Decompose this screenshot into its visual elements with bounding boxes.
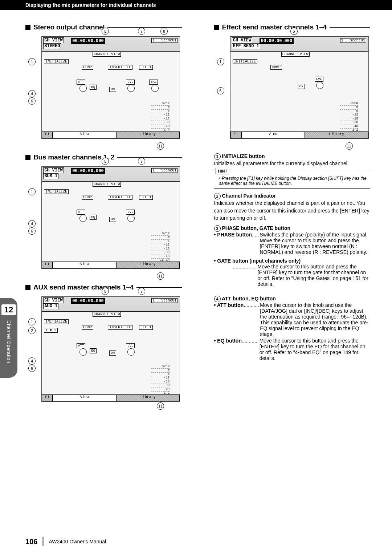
lcd-lvl: LVL xyxy=(126,343,135,348)
lcd-bal-knob xyxy=(151,85,159,92)
lcd-att: ATT xyxy=(77,210,85,215)
header-bar: Displaying the mix parameters for indivi… xyxy=(0,0,392,10)
book-title: AW2400 Owner's Manual xyxy=(49,539,106,544)
breadcrumb: Displaying the mix parameters for indivi… xyxy=(25,2,156,8)
phase-row: • PHASE button..... Switches the phase (… xyxy=(214,232,371,255)
lcd-chview: CH VIEW xyxy=(43,297,64,303)
tab-library: Library xyxy=(305,132,368,138)
lcd-insert-eff: INSERT EFF xyxy=(108,195,132,200)
lcd-channel-view: CHANNEL VIEW xyxy=(93,52,121,57)
callout-5: 5 xyxy=(102,288,109,295)
phase-value: Switches the phase (polarity) of the inp… xyxy=(259,232,370,255)
rule-line xyxy=(136,287,181,288)
callout-11: 11 xyxy=(346,142,353,150)
tab-f1: F1 xyxy=(42,262,53,268)
lcd-scene: 1 . Scene01 xyxy=(151,298,177,303)
callout-1: 1 xyxy=(28,188,36,195)
lcd-att: ATT xyxy=(77,80,85,85)
callout-4: 4 xyxy=(28,220,36,227)
lcd-scene: 1 . Scene01 xyxy=(151,168,177,173)
lcd-tabs: F1 View Library xyxy=(230,131,368,138)
callout-5: 5 xyxy=(290,28,298,35)
lcd-time: 00:00:00.000 xyxy=(260,38,294,44)
lcd-lvl-knob xyxy=(127,215,135,222)
lcd-eq: EQ xyxy=(90,215,97,220)
lcd-att-knob xyxy=(79,215,87,222)
item-1-title: INITIALIZE button xyxy=(222,153,265,159)
lcd-aux-pair: 1 ♥ 2 xyxy=(44,328,58,333)
callout-1: 1 xyxy=(217,58,224,65)
lcd-chview: CH VIEW xyxy=(232,37,252,43)
lcd-att-knob xyxy=(79,85,87,92)
lcd-comp: COMP xyxy=(82,65,93,70)
page-content: Stereo output channel 5 7 8 1 4 6 11 CH … xyxy=(0,10,392,416)
lcd-sub-aux: AUX 1 xyxy=(43,303,58,309)
gate-label: • GATE button (input channels only) xyxy=(214,258,301,264)
lcd-initialize: INITIALIZE xyxy=(44,59,69,64)
chapter-label: Channel Operation xyxy=(6,320,12,363)
callout-3-icon: 3 xyxy=(214,225,221,232)
item-2-title: Channel Pair Indicator xyxy=(222,193,276,199)
dots: ............ xyxy=(242,338,259,344)
callout-5: 5 xyxy=(102,158,109,165)
lcd-insert-eff: INSERT EFF xyxy=(108,65,132,70)
callout-11: 11 xyxy=(157,402,164,410)
lcd-meter: OVER 0 - 6 -12 -18 -30 -48 1L 1R xyxy=(151,232,170,256)
page-footer: 106 AW2400 Owner's Manual xyxy=(25,537,106,546)
chapter-number: 12 xyxy=(1,304,16,315)
callout-6: 6 xyxy=(28,365,36,372)
lcd-meter: OVER 0 - 6 -12 -18 -30 -48 1 2 xyxy=(151,365,170,389)
dots: ..... xyxy=(252,232,259,238)
lcd-lvl: LVL xyxy=(315,77,323,82)
lcd-initialize: INITIALIZE xyxy=(233,59,257,64)
lcd-lvl: LVL xyxy=(126,80,135,85)
lcd-eff1: EFF 1 xyxy=(139,65,153,70)
lcd-tabs: F1 View Library xyxy=(42,131,180,138)
lcd-on: ON xyxy=(109,87,116,92)
hint-tag: HINT xyxy=(216,168,232,174)
lcd-tabs: F1 View Library xyxy=(42,262,180,268)
lcd-comp: COMP xyxy=(82,325,93,330)
callout-1: 1 xyxy=(28,58,36,65)
lcd-on: ON xyxy=(298,84,305,89)
lcd-wrapper: 5 7 1 4 6 11 CH VIEW BUS 1 00:00:00.000 … xyxy=(40,166,182,269)
dots: ................. xyxy=(214,264,257,287)
lcd-scene: 1 . Scene01 xyxy=(151,38,177,43)
item-2-body: Indicates whether the displayed channel … xyxy=(214,199,371,222)
lcd-meter: OVER 0 - 6 -12 -18 -30 -48 1 2 xyxy=(340,102,358,126)
callout-7: 7 xyxy=(138,288,145,295)
lcd-bal: BAL xyxy=(149,80,158,85)
tab-view: View xyxy=(53,395,116,401)
callout-1-icon: 1 xyxy=(214,153,221,160)
callout-4-icon: 4 xyxy=(214,296,221,302)
callout-2-icon: 2 xyxy=(214,193,221,199)
hint-box: HINT • Pressing the [F1] key while holdi… xyxy=(214,171,371,189)
callout-4: 4 xyxy=(28,357,36,365)
lcd-channel-view: CHANNEL VIEW xyxy=(281,52,310,57)
lcd-bus: CH VIEW BUS 1 00:00:00.000 1 . Scene01 C… xyxy=(41,166,180,269)
lcd-time: 00:00:00.000 xyxy=(71,38,105,44)
bullet-icon xyxy=(25,155,30,160)
rule-line xyxy=(117,157,181,158)
callout-6: 6 xyxy=(217,87,224,94)
lcd-lvl-knob xyxy=(316,82,323,89)
tab-f1: F1 xyxy=(42,395,53,401)
lcd-on: ON xyxy=(109,217,116,222)
lcd-wrapper: 5 7 8 1 4 6 11 CH VIEW STEREO 00:00:00.0… xyxy=(40,36,182,139)
bullet-icon xyxy=(25,285,30,290)
lcd-eff1: EFF 1 xyxy=(139,195,153,200)
lcd-sub-bus: BUS 1 xyxy=(43,173,58,179)
lcd-time: 00:00:00.000 xyxy=(71,298,105,304)
dots: ........... xyxy=(244,302,259,308)
tab-library: Library xyxy=(116,132,180,138)
callout-1: 1 xyxy=(28,318,36,325)
lcd-scene: 1 . Scene01 xyxy=(340,38,366,43)
lcd-meter: OVER 0 - 6 -12 -18 -30 -48 L R xyxy=(151,102,170,126)
rule-line xyxy=(330,27,370,28)
column-divider xyxy=(198,23,198,416)
item-3-head: 3 PHASE button, GATE button xyxy=(214,225,371,232)
lcd-chview: CH VIEW xyxy=(43,167,64,173)
tab-library: Library xyxy=(116,262,180,268)
item-1-body: Initializes all parameters for the curre… xyxy=(214,160,371,167)
callout-7: 7 xyxy=(138,28,145,35)
